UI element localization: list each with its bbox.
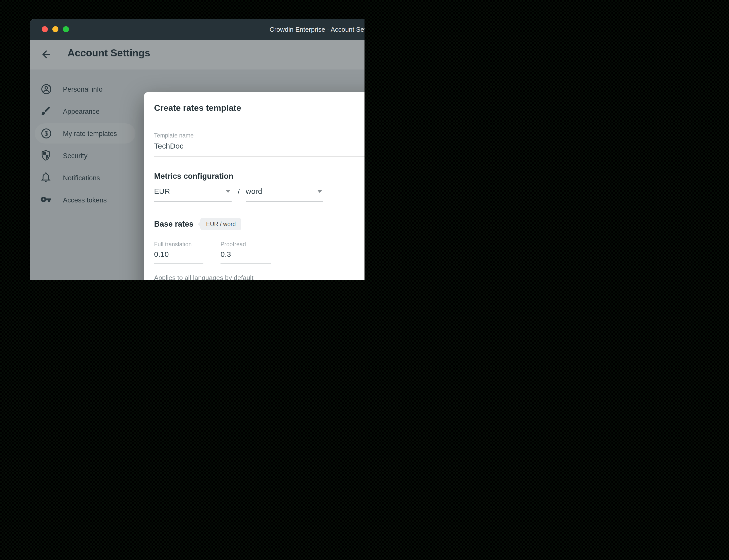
metrics-separator: / <box>238 187 240 202</box>
currency-select[interactable]: EUR <box>154 187 232 202</box>
template-name-input[interactable] <box>154 142 364 157</box>
proofread-label: Proofread <box>221 241 271 247</box>
modal-title: Create rates template <box>154 92 364 113</box>
base-rates-unit-chip: EUR / word <box>201 218 242 230</box>
browser-titlebar: Crowdin Enterprise - Account Settings | … <box>30 19 364 40</box>
close-window-button[interactable] <box>42 26 48 32</box>
traffic-lights <box>42 19 69 40</box>
chevron-down-icon <box>317 190 322 193</box>
browser-window: Crowdin Enterprise - Account Settings | … <box>30 19 364 280</box>
unit-select[interactable]: word <box>246 187 323 202</box>
base-rates-note: Applies to all languages by default <box>154 274 364 280</box>
full-translation-label: Full translation <box>154 241 203 247</box>
minimize-window-button[interactable] <box>52 26 58 32</box>
full-translation-input[interactable] <box>154 250 203 264</box>
unit-select-value: word <box>246 187 262 195</box>
currency-select-value: EUR <box>154 187 170 195</box>
base-rates-heading: Base rates <box>154 220 194 229</box>
browser-tab-title: Crowdin Enterprise - Account Settings | … <box>30 25 364 33</box>
modal-body: Create rates template Template name Metr… <box>144 92 364 280</box>
metrics-configuration-heading: Metrics configuration <box>154 172 364 181</box>
proofread-input[interactable] <box>221 250 271 264</box>
zoom-window-button[interactable] <box>63 26 69 32</box>
chevron-down-icon <box>226 190 231 193</box>
create-rates-template-modal: Create rates template Template name Metr… <box>144 92 364 280</box>
template-name-label: Template name <box>154 132 364 138</box>
